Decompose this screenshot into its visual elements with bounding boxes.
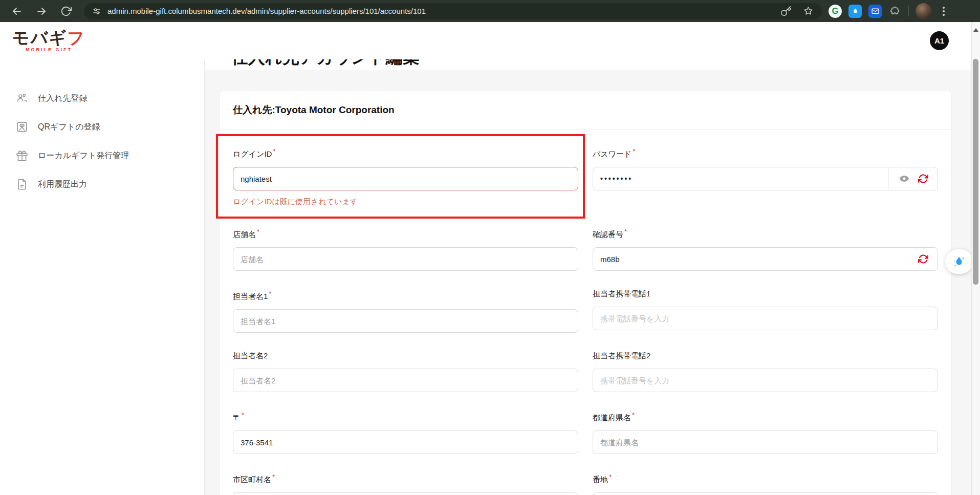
sidebar-item-qr-gift-registration[interactable]: QRギフトの登録 <box>0 117 204 137</box>
sidebar-nav: 仕入れ先登録 QRギフトの登録 ローカルギフト発行管理 利用履歴出力 <box>0 59 205 495</box>
required-asterisk: * <box>633 147 635 155</box>
field-contact-phone-2: 担当者携帯電話2 <box>593 352 938 392</box>
logo-text: モバギフ <box>12 29 85 47</box>
password-actions <box>888 167 938 190</box>
field-prefecture: 都道府県名* <box>593 411 938 454</box>
street-label: 番地* <box>593 473 938 484</box>
field-postal-code: 〒* <box>233 411 578 454</box>
required-asterisk: * <box>609 473 612 481</box>
forward-icon[interactable] <box>35 5 48 18</box>
password-key-icon[interactable] <box>780 6 792 17</box>
field-street: 番地* <box>593 473 938 495</box>
page-scrollbar[interactable] <box>971 22 980 495</box>
form-row: 〒* 都道府県名* <box>233 411 938 454</box>
city-input[interactable] <box>233 492 578 495</box>
field-contact-phone-1: 担当者携帯電話1 <box>593 290 938 333</box>
password-refresh-icon[interactable] <box>918 174 928 184</box>
password-input[interactable] <box>593 167 888 190</box>
field-password: パスワード* <box>593 147 938 207</box>
confirmation-number-label: 確認番号* <box>593 228 938 239</box>
field-contact-name-1: 担当者名1* <box>233 290 578 333</box>
team-icon <box>15 92 29 105</box>
reload-icon[interactable] <box>59 5 73 18</box>
required-asterisk: * <box>257 228 259 235</box>
field-store-name: 店舗名* <box>233 228 578 271</box>
field-contact-name-2: 担当者名2 <box>233 352 578 392</box>
contact-name-2-input[interactable] <box>233 369 578 392</box>
mail-extension-icon[interactable] <box>868 5 882 18</box>
supplier-heading: 仕入れ先:Toyota Motor Corporation <box>220 91 951 130</box>
contact-phone-1-input[interactable] <box>593 307 938 330</box>
contact-name-1-label: 担当者名1* <box>233 290 578 300</box>
contact-name-2-label: 担当者名2 <box>233 352 578 360</box>
password-input-group <box>593 167 938 190</box>
prefecture-label: 都道府県名* <box>593 411 938 422</box>
browser-profile-avatar[interactable] <box>916 3 932 19</box>
browser-toolbar: admin.mobile-gift.columbusmantech.dev/ad… <box>0 0 980 22</box>
sidebar-item-usage-history-export[interactable]: 利用履歴出力 <box>0 174 204 195</box>
contact-phone-2-label: 担当者携帯電話2 <box>593 352 938 360</box>
browser-menu-icon[interactable] <box>939 5 949 18</box>
field-confirmation-number: 確認番号* <box>593 228 938 271</box>
login-id-label: ログインID* <box>233 147 578 158</box>
contact-name-1-input[interactable] <box>233 309 578 333</box>
sidebar-item-label: QRギフトの登録 <box>38 122 100 133</box>
grammarly-extension-icon[interactable]: G <box>829 5 842 18</box>
sidebar-item-local-gift-management[interactable]: ローカルギフト発行管理 <box>0 145 204 166</box>
sidebar-item-label: ローカルギフト発行管理 <box>38 150 129 161</box>
droplet-extension-icon[interactable] <box>848 5 862 18</box>
extensions-area: G <box>829 3 949 19</box>
required-asterisk: * <box>242 411 244 419</box>
back-icon[interactable] <box>10 5 24 18</box>
required-asterisk: * <box>632 411 635 419</box>
url-text[interactable]: admin.mobile-gift.columbusmantech.dev/ad… <box>107 7 780 15</box>
scrollbar-thumb[interactable] <box>973 59 978 285</box>
sidebar-item-label: 利用履歴出力 <box>38 179 87 190</box>
form-row: 担当者名1* 担当者携帯電話1 <box>233 290 938 333</box>
droplet-sparkle-icon <box>951 254 967 269</box>
eye-icon[interactable] <box>899 173 910 184</box>
supplier-account-card: 仕入れ先:Toyota Motor Corporation ログインID* ログ… <box>219 90 952 495</box>
confirmation-refresh-icon[interactable] <box>918 254 928 264</box>
site-settings-icon[interactable] <box>92 7 101 16</box>
store-name-label: 店舗名* <box>233 228 578 239</box>
toolbar-divider <box>908 6 909 16</box>
field-login-id: ログインID* ログインIDは既に使用されています <box>233 147 578 207</box>
required-asterisk: * <box>272 473 275 481</box>
postal-code-input[interactable] <box>233 431 578 454</box>
form-row: 担当者名2 担当者携帯電話2 <box>233 352 938 392</box>
city-label: 市区町村名* <box>233 473 578 484</box>
store-name-input[interactable] <box>233 247 578 271</box>
puzzle-extensions-icon[interactable] <box>888 5 902 18</box>
street-input[interactable] <box>593 492 938 495</box>
contact-phone-1-label: 担当者携帯電話1 <box>593 290 938 298</box>
app-header: モバギフ MOBILE GIFT A1 <box>0 22 971 59</box>
gift-icon <box>15 149 29 162</box>
login-id-input[interactable] <box>233 167 578 190</box>
form-row: 市区町村名* 番地* <box>233 473 938 495</box>
confirmation-number-input[interactable] <box>593 248 908 270</box>
confirmation-number-group <box>593 247 938 271</box>
address-bar[interactable]: admin.mobile-gift.columbusmantech.dev/ad… <box>84 3 822 19</box>
bookmark-star-icon[interactable] <box>803 6 814 16</box>
login-id-error-message: ログインIDは既に使用されています <box>233 197 578 207</box>
required-asterisk: * <box>624 228 627 235</box>
contact-phone-2-input[interactable] <box>593 369 938 392</box>
sidebar-item-supplier-registration[interactable]: 仕入れ先登録 <box>0 88 204 109</box>
document-icon <box>15 178 29 191</box>
prefecture-input[interactable] <box>593 431 938 454</box>
account-form: ログインID* ログインIDは既に使用されています パスワード* <box>220 130 951 495</box>
required-asterisk: * <box>273 147 275 155</box>
page-title: 仕入れ先アカウント編集 <box>231 59 971 69</box>
password-label: パスワード* <box>593 147 938 158</box>
main-content: 仕入れ先アカウント編集 仕入れ先:Toyota Motor Corporatio… <box>205 59 971 495</box>
floating-droplet-button[interactable] <box>945 249 973 274</box>
page-title-clip: 仕入れ先アカウント編集 <box>205 59 971 70</box>
form-row: 店舗名* 確認番号* <box>233 228 938 271</box>
sidebar-item-label: 仕入れ先登録 <box>38 93 87 104</box>
scrollbar-up-arrow[interactable] <box>973 26 978 32</box>
qr-gift-icon <box>15 120 29 134</box>
user-avatar-badge[interactable]: A1 <box>930 31 949 50</box>
logo-tagline: MOBILE GIFT <box>12 47 85 52</box>
mobile-gift-logo[interactable]: モバギフ MOBILE GIFT <box>12 29 85 52</box>
